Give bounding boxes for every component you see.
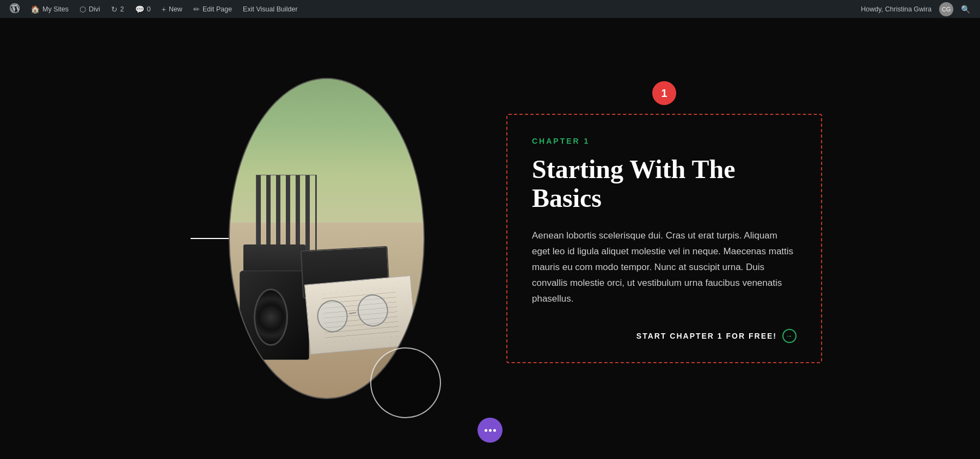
- chapter-number-badge: 1: [652, 81, 676, 105]
- glasses-bridge: [349, 312, 356, 314]
- admin-bar: 🏠 My Sites ⬡ Divi ↻ 2 💬 0 + New ✏ Edit P…: [0, 0, 980, 18]
- dot-3: [493, 429, 496, 432]
- admin-bar-right: Howdy, Christina Gwira CG 🔍: [855, 2, 976, 16]
- pencil-icon: ✏: [193, 5, 200, 14]
- cta-arrow-icon: →: [782, 329, 797, 343]
- camera-top: [243, 244, 305, 272]
- dot-1: [485, 429, 487, 432]
- divi-icon: ⬡: [79, 5, 86, 14]
- start-chapter-link[interactable]: START CHAPTER 1 FOR FREE! →: [636, 329, 797, 343]
- exit-visual-builder-label: Exit Visual Builder: [243, 5, 298, 13]
- chapter-cta: START CHAPTER 1 FOR FREE! →: [532, 329, 797, 343]
- search-icon[interactable]: 🔍: [955, 5, 976, 14]
- updates-button[interactable]: ↻ 2: [106, 0, 130, 18]
- divi-button[interactable]: ⬡ Divi: [74, 0, 106, 18]
- wp-logo-button[interactable]: [4, 0, 25, 18]
- sites-icon: 🏠: [30, 5, 40, 14]
- camera-lens: [254, 289, 288, 346]
- circle-overlay: [370, 347, 441, 418]
- new-button[interactable]: + New: [156, 0, 188, 18]
- right-section: 1 CHAPTER 1 Starting With The Basics Aen…: [495, 103, 833, 374]
- comments-button[interactable]: 💬 0: [130, 0, 156, 18]
- cta-text: START CHAPTER 1 FOR FREE!: [636, 332, 777, 340]
- chapter-title: Starting With The Basics: [532, 155, 797, 213]
- exit-visual-builder-button[interactable]: Exit Visual Builder: [237, 0, 303, 18]
- glasses-right-lens: [356, 292, 390, 328]
- divi-label: Divi: [89, 5, 100, 13]
- chapter-box: CHAPTER 1 Starting With The Basics Aenea…: [506, 114, 822, 363]
- chapter-body-text: Aenean lobortis scelerisque dui. Cras ut…: [532, 228, 797, 307]
- left-image-section: [191, 34, 463, 443]
- content-wrapper: 1 CHAPTER 1 Starting With The Basics Aen…: [0, 18, 980, 459]
- my-sites-button[interactable]: 🏠 My Sites: [25, 0, 74, 18]
- edit-page-label: Edit Page: [203, 5, 232, 13]
- avatar[interactable]: CG: [939, 2, 953, 16]
- new-label: New: [169, 5, 182, 13]
- howdy-text: Howdy, Christina Gwira: [855, 5, 937, 13]
- my-sites-label: My Sites: [42, 5, 69, 13]
- edit-page-button[interactable]: ✏ Edit Page: [188, 0, 237, 18]
- camera-body: [240, 271, 309, 360]
- dot-2: [489, 429, 492, 432]
- comments-icon: 💬: [135, 5, 144, 14]
- plus-icon: +: [162, 5, 166, 14]
- updates-count: 2: [120, 5, 124, 13]
- dots-menu-button[interactable]: [477, 418, 503, 443]
- horizontal-line: [191, 238, 234, 239]
- glasses-left-lens: [315, 298, 350, 334]
- main-content: 1 CHAPTER 1 Starting With The Basics Aen…: [0, 18, 980, 459]
- chapter-label: CHAPTER 1: [532, 137, 797, 145]
- wordpress-icon: [10, 3, 20, 15]
- updates-icon: ↻: [111, 5, 118, 14]
- comments-count: 0: [147, 5, 151, 13]
